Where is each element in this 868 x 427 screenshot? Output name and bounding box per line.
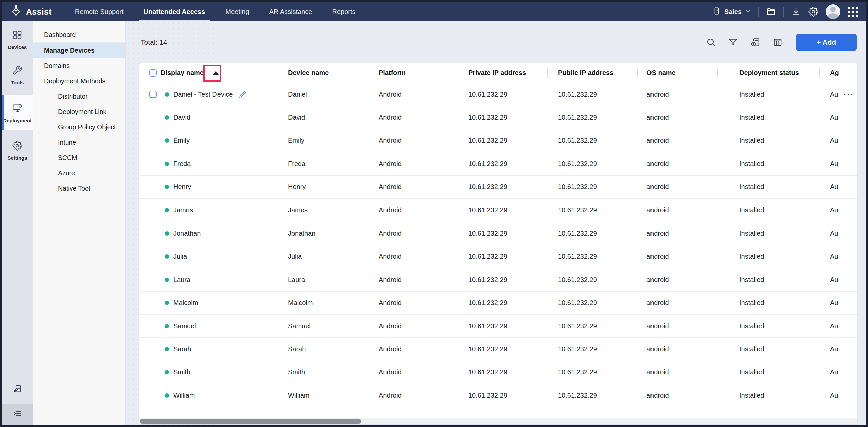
online-status-dot bbox=[165, 254, 169, 258]
agent-text: Au bbox=[830, 91, 838, 98]
platform-cell: Android bbox=[367, 276, 457, 283]
department-label: Sales bbox=[724, 8, 742, 16]
horizontal-scrollbar-thumb[interactable] bbox=[140, 419, 361, 424]
sidebar-item-native-tool[interactable]: Native Tool bbox=[33, 181, 125, 196]
device-name-cell: Henry bbox=[277, 183, 367, 191]
table-row[interactable]: William William Android 10.61.232.29 10.… bbox=[140, 384, 857, 407]
sidebar-item-deployment-methods[interactable]: Deployment Methods bbox=[33, 73, 125, 89]
nav-reports[interactable]: Reports bbox=[322, 2, 365, 21]
brand[interactable]: Assist bbox=[10, 5, 52, 18]
horizontal-scrollbar[interactable] bbox=[140, 418, 857, 424]
os-name-header[interactable]: OS name bbox=[638, 63, 717, 83]
display-name-text: Henry bbox=[174, 183, 191, 191]
display-name-cell: David bbox=[140, 114, 277, 121]
sidebar-item-sccm[interactable]: SCCM bbox=[33, 150, 125, 165]
deployment-status-cell: Installed bbox=[717, 276, 819, 283]
online-status-dot bbox=[165, 393, 169, 398]
sidebar-item-deployment-link[interactable]: Deployment Link bbox=[33, 104, 125, 119]
display-name-cell: William bbox=[140, 392, 277, 399]
nav-remote-support[interactable]: Remote Support bbox=[65, 2, 134, 21]
device-name-header[interactable]: Device name bbox=[277, 63, 367, 83]
public-ip-cell: 10.61.232.29 bbox=[548, 183, 638, 191]
table-row[interactable]: Malcolm Malcolm Android 10.61.232.29 10.… bbox=[140, 292, 857, 314]
display-name-text: Malcolm bbox=[174, 299, 198, 307]
platform-cell: Android bbox=[367, 368, 457, 376]
sidebar-item-group-policy-object[interactable]: Group Policy Object bbox=[33, 119, 125, 135]
sidebar-item-intune[interactable]: Intune bbox=[33, 135, 125, 150]
sidebar-item-distributor[interactable]: Distributor bbox=[33, 89, 125, 104]
table-row[interactable]: Emily Emily Android 10.61.232.29 10.61.2… bbox=[140, 129, 857, 152]
os-name-cell: android bbox=[638, 91, 717, 98]
table-row[interactable]: Julia Julia Android 10.61.232.29 10.61.2… bbox=[140, 245, 857, 268]
sidebar-item-dashboard[interactable]: Dashboard bbox=[33, 27, 125, 43]
os-name-cell: android bbox=[638, 252, 717, 260]
table-row[interactable]: Laura Laura Android 10.61.232.29 10.61.2… bbox=[140, 268, 857, 291]
rail-item-settings[interactable]: Settings bbox=[2, 133, 33, 167]
sidebar-item-azure[interactable]: Azure bbox=[33, 165, 125, 181]
public-ip-header[interactable]: Public IP address bbox=[548, 63, 638, 83]
table-row[interactable]: Samuel Samuel Android 10.61.232.29 10.61… bbox=[140, 314, 857, 338]
private-ip-cell: 10.61.232.29 bbox=[457, 368, 548, 376]
files-folder-icon[interactable] bbox=[766, 7, 776, 17]
edit-device-button[interactable] bbox=[239, 91, 246, 98]
sort-ascending-icon[interactable] bbox=[213, 71, 218, 75]
collapse-sidebar-button[interactable] bbox=[2, 404, 33, 425]
search-icon[interactable] bbox=[706, 37, 716, 48]
rail-item-tools[interactable]: Tools bbox=[2, 58, 33, 92]
table-row[interactable]: Daniel - Test Device Daniel Android 10.6… bbox=[140, 83, 857, 106]
column-label: Display name bbox=[161, 69, 204, 77]
device-name-cell: Laura bbox=[277, 276, 367, 283]
filter-icon[interactable] bbox=[728, 37, 738, 48]
table-row[interactable]: David David Android 10.61.232.29 10.61.2… bbox=[140, 106, 857, 129]
table-row[interactable]: Sarah Sarah Android 10.61.232.29 10.61.2… bbox=[140, 338, 857, 361]
display-name-text: Laura bbox=[174, 276, 190, 283]
department-selector[interactable]: Sales bbox=[712, 7, 751, 17]
online-status-dot bbox=[165, 231, 169, 236]
nav-ar-assistance[interactable]: AR Assistance bbox=[259, 2, 322, 21]
add-device-button[interactable]: + Add bbox=[796, 34, 857, 51]
private-ip-cell: 10.61.232.29 bbox=[457, 299, 548, 307]
display-name-header[interactable]: Display name bbox=[140, 63, 277, 83]
private-ip-cell: 10.61.232.29 bbox=[457, 207, 548, 214]
settings-gear-icon[interactable] bbox=[808, 7, 818, 17]
select-all-checkbox[interactable] bbox=[150, 69, 157, 77]
table-row[interactable]: Smith Smith Android 10.61.232.29 10.61.2… bbox=[140, 361, 857, 384]
platform-header[interactable]: Platform bbox=[367, 63, 457, 83]
rail-item-deployment[interactable]: Deployment bbox=[2, 95, 33, 130]
device-name-cell: Smith bbox=[277, 368, 367, 376]
display-name-text: Sarah bbox=[174, 345, 191, 353]
user-avatar[interactable] bbox=[826, 4, 840, 19]
manage-columns-icon[interactable] bbox=[773, 37, 783, 48]
table-row[interactable]: Freda Freda Android 10.61.232.29 10.61.2… bbox=[140, 152, 857, 176]
feedback-note-icon bbox=[12, 384, 22, 395]
agent-text: Au bbox=[830, 230, 838, 237]
private-ip-cell: 10.61.232.29 bbox=[457, 160, 548, 168]
deployment-status-cell: Installed bbox=[717, 183, 819, 191]
sidebar-item-manage-devices[interactable]: Manage Devices bbox=[33, 43, 125, 58]
online-status-dot bbox=[165, 92, 169, 97]
export-icon[interactable] bbox=[750, 37, 761, 48]
deployment-status-cell: Installed bbox=[717, 345, 819, 353]
table-row[interactable]: Henry Henry Android 10.61.232.29 10.61.2… bbox=[140, 176, 857, 199]
download-icon[interactable] bbox=[791, 7, 801, 17]
private-ip-header[interactable]: Private IP address bbox=[457, 63, 548, 83]
apps-grid-icon[interactable] bbox=[848, 7, 858, 17]
device-name-cell: James bbox=[277, 207, 367, 214]
nav-unattended-access[interactable]: Unattended Access bbox=[133, 2, 215, 21]
deployment-status-cell: Installed bbox=[717, 137, 819, 145]
nav-meeting[interactable]: Meeting bbox=[215, 2, 259, 21]
deployment-status-header[interactable]: Deployment status bbox=[717, 63, 819, 83]
agent-cell: Au bbox=[819, 392, 857, 399]
feedback-note-button[interactable] bbox=[2, 378, 33, 404]
rail-label: Deployment bbox=[3, 118, 32, 123]
table-row[interactable]: Jonathan Jonathan Android 10.61.232.29 1… bbox=[140, 222, 857, 245]
row-checkbox[interactable] bbox=[150, 91, 157, 98]
app-body: Devices Tools bbox=[2, 21, 866, 425]
agent-header[interactable]: Ag bbox=[819, 63, 857, 83]
sidebar-item-domains[interactable]: Domains bbox=[33, 58, 125, 73]
rail-item-devices[interactable]: Devices bbox=[2, 23, 33, 57]
online-status-dot bbox=[165, 301, 169, 305]
display-name-text: Freda bbox=[174, 160, 191, 168]
table-row[interactable]: James James Android 10.61.232.29 10.61.2… bbox=[140, 199, 857, 222]
os-name-cell: android bbox=[638, 276, 717, 283]
